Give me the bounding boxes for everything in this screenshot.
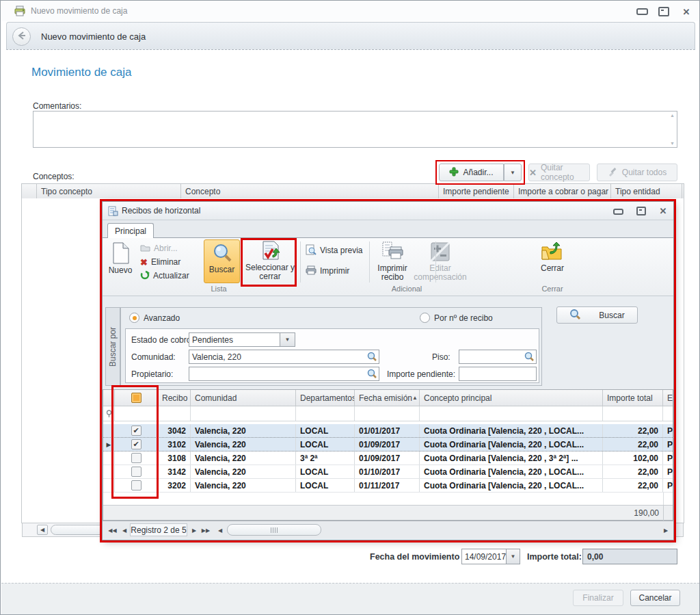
dialog-minimize-button[interactable] bbox=[611, 207, 625, 216]
col-estado[interactable]: Es bbox=[663, 390, 673, 406]
nav-next-button[interactable]: ▶ bbox=[190, 525, 198, 536]
main-title: Nuevo movimiento de caja bbox=[31, 6, 127, 16]
comunidad-input[interactable]: Valencia, 220 bbox=[189, 350, 379, 364]
cancelar-button[interactable]: Cancelar bbox=[630, 590, 680, 606]
conceptos-row-selector-header bbox=[22, 184, 37, 198]
grid-row-3042[interactable]: ✔ 3042 Valencia, 220 LOCAL 01/01/2017 Cu… bbox=[103, 424, 673, 438]
header-band: Nuevo movimiento de caja bbox=[6, 22, 695, 50]
actualizar-button[interactable]: Actualizar bbox=[140, 270, 189, 281]
grid-hscroll-left-arrow[interactable]: ◀ bbox=[216, 525, 224, 536]
finalizar-button[interactable]: Finalizar bbox=[573, 590, 623, 606]
nuevo-button[interactable]: Nuevo bbox=[105, 241, 135, 283]
col-departamentos[interactable]: Departamentos bbox=[296, 390, 355, 406]
radio-unselected-icon bbox=[420, 313, 430, 323]
dialog-close-button[interactable]: ✕ bbox=[656, 206, 670, 216]
col-comunidad[interactable]: Comunidad bbox=[191, 390, 296, 406]
importe-total-field[interactable]: 0,00 bbox=[582, 549, 677, 564]
col-importe-total[interactable]: Importe total bbox=[603, 390, 663, 406]
back-button[interactable] bbox=[12, 27, 31, 46]
anadir-button[interactable]: Añadir... bbox=[439, 163, 504, 181]
col-recibo[interactable]: Recibo bbox=[158, 390, 191, 406]
recibos-grid: Recibo Comunidad Departamentos Fecha emi… bbox=[103, 389, 673, 521]
buscar-por-side-tab[interactable]: Buscar por bbox=[105, 307, 120, 386]
estado-cobro-label: Estado de cobro: bbox=[131, 335, 193, 345]
grid-filter-row[interactable] bbox=[103, 406, 673, 421]
eliminar-button[interactable]: ✖ Eliminar bbox=[140, 257, 180, 267]
grid-hscroll-thumb[interactable] bbox=[227, 524, 321, 536]
grid-row-3102[interactable]: ▶ ✔ 3102 Valencia, 220 LOCAL 01/09/2017 … bbox=[103, 438, 673, 452]
close-folder-icon bbox=[541, 241, 564, 264]
filter-cell[interactable] bbox=[296, 406, 355, 421]
row-checkbox[interactable]: ✔ bbox=[115, 438, 158, 451]
nav-first-button[interactable]: ◀◀ bbox=[107, 525, 119, 536]
scroll-up-icon[interactable]: ▲ bbox=[670, 113, 675, 118]
filter-cell[interactable] bbox=[420, 406, 603, 421]
grid-row-3202[interactable]: 3202 Valencia, 220 LOCAL 01/11/2017 Cuot… bbox=[103, 479, 673, 493]
lookup-search-icon[interactable] bbox=[367, 369, 377, 381]
cerrar-ribbon-button[interactable]: Cerrar bbox=[526, 241, 578, 285]
lookup-search-icon[interactable] bbox=[367, 352, 377, 364]
plus-minus-icon bbox=[430, 241, 450, 264]
cell-concepto: Cuota Ordinaria [Valencia, 220 , LOCAL..… bbox=[420, 465, 603, 478]
maximize-button[interactable] bbox=[657, 6, 671, 17]
scroll-down-icon[interactable]: ▼ bbox=[670, 141, 675, 146]
grid-row-3142[interactable]: 3142 Valencia, 220 LOCAL 01/10/2017 Cuot… bbox=[103, 465, 673, 479]
col-tipo-entidad[interactable]: Tipo entidad bbox=[611, 184, 682, 198]
filter-cell[interactable] bbox=[663, 406, 673, 421]
grid-row-3108[interactable]: 3108 Valencia, 220 3ª 2ª 01/09/2017 Cuot… bbox=[103, 452, 673, 465]
col-concepto-principal[interactable]: Concepto principal bbox=[420, 390, 603, 406]
minimize-button[interactable] bbox=[635, 7, 649, 16]
cell-departamentos: LOCAL bbox=[296, 465, 355, 478]
radio-avanzado[interactable]: Avanzado bbox=[129, 313, 180, 323]
imprimir-recibo-button[interactable]: Imprimir recibo bbox=[373, 241, 412, 285]
chevron-down-icon[interactable]: ▼ bbox=[280, 333, 295, 346]
col-importe-cobrar[interactable]: Importe a cobrar o pagar▲ bbox=[514, 184, 611, 198]
filter-cell[interactable] bbox=[115, 406, 158, 421]
dialog-maximize-button[interactable] bbox=[634, 206, 648, 216]
col-tipo-concepto[interactable]: Tipo concepto bbox=[37, 184, 181, 198]
quitar-todos-button[interactable]: Quitar todos bbox=[597, 163, 677, 181]
col-concepto[interactable]: Concepto bbox=[181, 184, 439, 198]
lookup-search-icon[interactable] bbox=[524, 352, 535, 364]
vista-previa-button[interactable]: Vista previa bbox=[306, 244, 362, 257]
hscroll-left-arrow[interactable]: ◀ bbox=[37, 525, 48, 535]
estado-cobro-combo[interactable]: Pendientes ▼ bbox=[189, 332, 295, 347]
cell-importe: 22,00 bbox=[603, 479, 663, 492]
summary-total: 190,00 bbox=[544, 508, 659, 518]
editar-compensacion-button[interactable]: Editar compensación bbox=[414, 241, 467, 285]
filter-cell[interactable] bbox=[603, 406, 663, 421]
importe-pendiente-input[interactable] bbox=[459, 367, 537, 381]
nav-prev-button[interactable]: ◀ bbox=[120, 525, 129, 536]
imprimir-button[interactable]: Imprimir bbox=[306, 265, 349, 277]
tab-principal[interactable]: Principal bbox=[107, 223, 154, 239]
ribbon-group-lista: Lista bbox=[191, 285, 246, 293]
row-selector bbox=[103, 424, 115, 437]
abrir-button[interactable]: Abrir... bbox=[140, 243, 178, 254]
quitar-concepto-button[interactable]: ✕ Quitar concepto bbox=[528, 163, 590, 181]
comentarios-textarea[interactable]: ▲ ▼ bbox=[33, 111, 677, 148]
select-all-checkbox[interactable] bbox=[115, 390, 158, 406]
fecha-movimiento-combo[interactable]: 14/09/2017 ▼ bbox=[461, 549, 520, 564]
buscar-button[interactable]: Buscar bbox=[556, 306, 638, 324]
row-checkbox[interactable] bbox=[115, 465, 158, 478]
row-checkbox[interactable]: ✔ bbox=[115, 424, 158, 437]
filter-cell[interactable] bbox=[355, 406, 420, 421]
chevron-down-icon[interactable]: ▼ bbox=[506, 549, 520, 564]
propietario-input[interactable] bbox=[189, 367, 379, 381]
filter-cell[interactable] bbox=[158, 406, 191, 421]
buscar-ribbon-button[interactable]: Buscar bbox=[204, 239, 240, 283]
col-fecha-emision[interactable]: Fecha emisión▲ bbox=[355, 390, 420, 406]
seleccionar-cerrar-button[interactable]: Seleccionar y cerrar bbox=[243, 239, 297, 285]
anadir-dropdown-button[interactable]: ▼ bbox=[504, 163, 522, 181]
row-checkbox[interactable] bbox=[115, 452, 158, 464]
radio-por-numero[interactable]: Por nº de recibo bbox=[420, 313, 493, 323]
cell-importe: 22,00 bbox=[603, 465, 663, 478]
grid-hscroll-right-arrow[interactable]: ▶ bbox=[662, 525, 670, 536]
conceptos-table-header: Tipo concepto Concepto Importe pendiente… bbox=[21, 183, 684, 199]
nav-last-button[interactable]: ▶▶ bbox=[200, 525, 212, 536]
filter-cell[interactable] bbox=[191, 406, 296, 421]
piso-input[interactable] bbox=[459, 350, 537, 364]
close-button[interactable]: ✕ bbox=[679, 6, 693, 17]
row-checkbox[interactable] bbox=[115, 479, 158, 492]
col-importe-pendiente[interactable]: Importe pendiente bbox=[439, 184, 514, 198]
